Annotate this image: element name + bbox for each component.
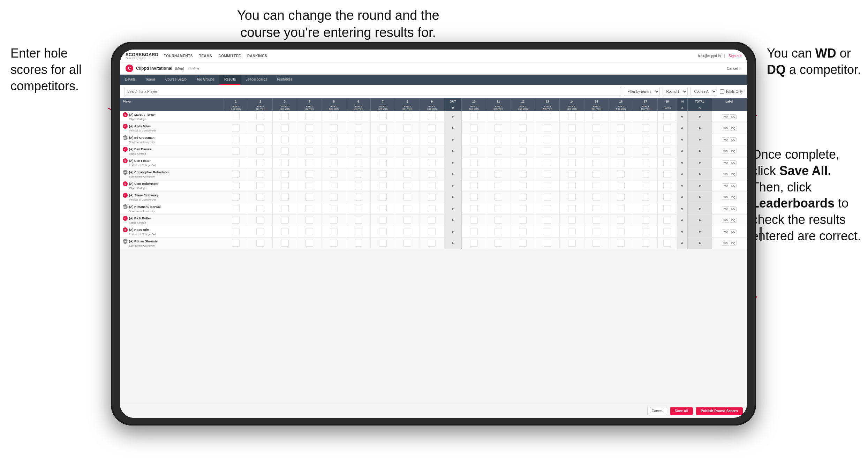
- wd-button[interactable]: WD: [722, 183, 729, 188]
- score-cell-h4[interactable]: [297, 226, 322, 238]
- score-input-h17[interactable]: [642, 217, 649, 224]
- score-input-h18[interactable]: [663, 182, 671, 189]
- score-input-h17[interactable]: [642, 171, 649, 178]
- tab-printables[interactable]: Printables: [272, 75, 297, 85]
- score-cell-h13[interactable]: [535, 157, 560, 168]
- score-input-h2[interactable]: [256, 159, 264, 166]
- score-cell-h2[interactable]: [248, 168, 272, 180]
- score-cell-h6[interactable]: [346, 203, 370, 214]
- score-input-h10[interactable]: [470, 113, 478, 120]
- score-cell-h3[interactable]: [273, 145, 297, 157]
- score-cell-h11[interactable]: [486, 238, 511, 249]
- score-cell-h2[interactable]: [248, 214, 272, 226]
- dq-button[interactable]: DQ: [730, 160, 737, 165]
- score-cell-h9[interactable]: [420, 122, 444, 134]
- score-input-h15[interactable]: [592, 240, 600, 247]
- score-input-h6[interactable]: [355, 113, 362, 120]
- score-input-h7[interactable]: [379, 171, 387, 178]
- nav-tournaments[interactable]: TOURNAMENTS: [164, 54, 193, 58]
- score-input-h15[interactable]: [592, 228, 600, 235]
- score-cell-h4[interactable]: [297, 111, 322, 122]
- score-cell-h14[interactable]: [560, 238, 584, 249]
- score-input-h9[interactable]: [428, 148, 436, 155]
- score-cell-h17[interactable]: [633, 226, 658, 238]
- score-input-h13[interactable]: [544, 113, 551, 120]
- score-input-h4[interactable]: [305, 228, 313, 235]
- score-cell-h15[interactable]: [584, 238, 609, 249]
- nav-rankings[interactable]: RANKINGS: [247, 54, 267, 58]
- score-cell-h5[interactable]: [322, 157, 346, 168]
- score-input-h11[interactable]: [495, 228, 502, 235]
- score-input-h14[interactable]: [568, 228, 576, 235]
- score-input-h16[interactable]: [617, 217, 625, 224]
- score-cell-h7[interactable]: [371, 134, 395, 145]
- score-cell-h10[interactable]: [462, 157, 486, 168]
- score-cell-h2[interactable]: [248, 238, 272, 249]
- score-input-h1[interactable]: [232, 240, 240, 247]
- score-input-h13[interactable]: [544, 240, 551, 247]
- score-cell-h3[interactable]: [273, 214, 297, 226]
- score-cell-h11[interactable]: [486, 180, 511, 191]
- score-cell-h5[interactable]: [322, 111, 346, 122]
- score-cell-h5[interactable]: [322, 168, 346, 180]
- score-cell-h18[interactable]: [658, 226, 677, 238]
- score-cell-h5[interactable]: [322, 191, 346, 203]
- wd-button[interactable]: WD: [722, 114, 729, 119]
- score-input-h16[interactable]: [617, 125, 625, 131]
- score-input-h18[interactable]: [663, 205, 671, 212]
- course-select[interactable]: Course A: [690, 87, 717, 96]
- score-cell-h1[interactable]: [224, 226, 248, 238]
- score-cell-h15[interactable]: [584, 145, 609, 157]
- score-cell-h7[interactable]: [371, 111, 395, 122]
- score-cell-h8[interactable]: [395, 214, 420, 226]
- score-input-h15[interactable]: [592, 171, 600, 178]
- score-input-h18[interactable]: [663, 217, 671, 224]
- score-input-h7[interactable]: [379, 205, 387, 212]
- score-input-h6[interactable]: [355, 148, 362, 155]
- score-cell-h8[interactable]: [395, 145, 420, 157]
- score-input-h12[interactable]: [519, 182, 527, 189]
- score-cell-h13[interactable]: [535, 145, 560, 157]
- score-input-h8[interactable]: [403, 125, 411, 131]
- score-input-h9[interactable]: [428, 240, 436, 247]
- score-cell-h3[interactable]: [273, 226, 297, 238]
- score-cell-h12[interactable]: [511, 122, 535, 134]
- score-input-h6[interactable]: [355, 217, 362, 224]
- score-input-h15[interactable]: [592, 125, 600, 131]
- score-cell-h14[interactable]: [560, 168, 584, 180]
- score-input-h6[interactable]: [355, 205, 362, 212]
- score-input-h1[interactable]: [232, 159, 240, 166]
- score-cell-h15[interactable]: [584, 157, 609, 168]
- score-input-h3[interactable]: [281, 217, 289, 224]
- score-input-h16[interactable]: [617, 113, 625, 120]
- score-input-h9[interactable]: [428, 113, 436, 120]
- score-input-h4[interactable]: [305, 240, 313, 247]
- score-cell-h14[interactable]: [560, 145, 584, 157]
- score-input-h17[interactable]: [642, 205, 649, 212]
- score-input-h17[interactable]: [642, 194, 649, 201]
- score-cell-h4[interactable]: [297, 122, 322, 134]
- score-cell-h13[interactable]: [535, 214, 560, 226]
- score-input-h5[interactable]: [330, 194, 338, 201]
- score-cell-h13[interactable]: [535, 111, 560, 122]
- score-input-h15[interactable]: [592, 159, 600, 166]
- score-cell-h17[interactable]: [633, 214, 658, 226]
- score-input-h7[interactable]: [379, 194, 387, 201]
- dq-button[interactable]: DQ: [730, 206, 737, 211]
- score-cell-h12[interactable]: [511, 134, 535, 145]
- score-cell-h18[interactable]: [658, 111, 677, 122]
- score-cell-h16[interactable]: [609, 238, 633, 249]
- score-input-h2[interactable]: [256, 182, 264, 189]
- score-input-h8[interactable]: [403, 159, 411, 166]
- score-cell-h5[interactable]: [322, 203, 346, 214]
- score-input-h5[interactable]: [330, 125, 338, 131]
- dq-button[interactable]: DQ: [730, 149, 737, 153]
- score-cell-h11[interactable]: [486, 191, 511, 203]
- score-cell-h1[interactable]: [224, 168, 248, 180]
- score-input-h18[interactable]: [663, 171, 671, 178]
- score-cell-h7[interactable]: [371, 145, 395, 157]
- score-input-h9[interactable]: [428, 217, 436, 224]
- score-input-h2[interactable]: [256, 113, 264, 120]
- tab-details[interactable]: Details: [120, 75, 141, 85]
- score-cell-h2[interactable]: [248, 122, 272, 134]
